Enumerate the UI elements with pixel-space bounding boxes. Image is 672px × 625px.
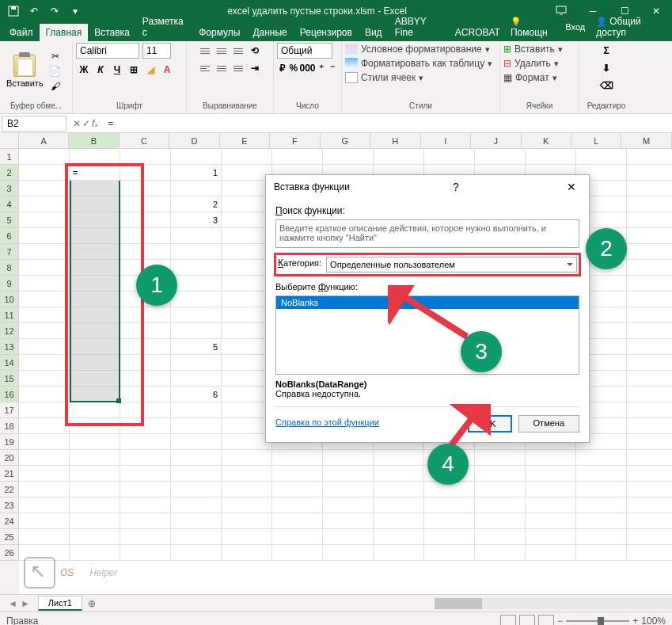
cell[interactable]: [120, 545, 171, 561]
cell[interactable]: [19, 402, 70, 418]
sign-in[interactable]: Вход: [561, 19, 589, 35]
cell[interactable]: [222, 545, 272, 561]
clear-button[interactable]: ⌫: [598, 78, 614, 93]
row-header[interactable]: 1: [0, 149, 19, 165]
zoom-out-icon[interactable]: −: [557, 615, 563, 626]
cell[interactable]: [323, 545, 374, 561]
cell[interactable]: [272, 545, 323, 561]
cell[interactable]: [374, 545, 424, 561]
add-sheet-button[interactable]: ⊕: [84, 596, 100, 612]
zoom-slider[interactable]: [566, 620, 629, 622]
cell[interactable]: [475, 513, 526, 529]
category-combo[interactable]: Определенные пользователем: [326, 257, 577, 272]
row-header[interactable]: 8: [0, 260, 19, 276]
cell[interactable]: [424, 497, 475, 513]
cell[interactable]: [19, 434, 70, 450]
cell[interactable]: [171, 292, 222, 307]
row-header[interactable]: 25: [0, 529, 19, 545]
column-header[interactable]: M: [621, 133, 671, 148]
currency-button[interactable]: ₽: [277, 60, 287, 76]
cell[interactable]: [627, 165, 672, 181]
undo-icon[interactable]: ↶: [27, 4, 41, 18]
tab-home[interactable]: Главная: [40, 24, 89, 41]
cell[interactable]: [374, 450, 424, 466]
row-header[interactable]: 16: [0, 387, 19, 402]
cell[interactable]: [475, 482, 526, 497]
border-button[interactable]: ⊞: [126, 62, 142, 78]
align-center[interactable]: [214, 60, 230, 76]
cell[interactable]: [171, 244, 222, 260]
column-header[interactable]: D: [169, 133, 219, 148]
cell[interactable]: [19, 466, 70, 482]
insert-cells-button[interactable]: ⊞Вставить▾: [503, 43, 563, 55]
cell[interactable]: [526, 450, 576, 466]
cell[interactable]: [19, 244, 70, 260]
cell[interactable]: [627, 466, 672, 482]
format-as-table-button[interactable]: Форматировать как таблицу▾: [345, 57, 492, 70]
row-header[interactable]: 3: [0, 181, 19, 196]
cell[interactable]: [19, 339, 70, 355]
row-header[interactable]: 15: [0, 371, 19, 387]
cell-styles-button[interactable]: Стили ячеек▾: [345, 71, 423, 84]
cell[interactable]: [627, 276, 672, 292]
tab-insert[interactable]: Вставка: [88, 24, 136, 41]
cell[interactable]: [222, 513, 272, 529]
cell[interactable]: [222, 466, 272, 482]
row-header[interactable]: 10: [0, 292, 19, 307]
column-header[interactable]: A: [19, 133, 69, 148]
cell[interactable]: [424, 545, 475, 561]
delete-cells-button[interactable]: ⊟Удалить▾: [503, 57, 559, 70]
font-color-button[interactable]: A: [159, 62, 175, 78]
column-header[interactable]: B: [69, 133, 119, 148]
cell[interactable]: [627, 418, 672, 434]
cell[interactable]: [70, 529, 120, 545]
tab-acrobat[interactable]: ACROBAT: [449, 24, 507, 41]
percent-button[interactable]: %: [288, 60, 298, 76]
cell[interactable]: [475, 466, 526, 482]
cell[interactable]: [19, 181, 70, 196]
cell[interactable]: [171, 371, 222, 387]
column-header[interactable]: F: [270, 133, 320, 148]
cell[interactable]: [526, 529, 576, 545]
cell[interactable]: [272, 466, 323, 482]
cell[interactable]: [627, 545, 672, 561]
align-middle[interactable]: [214, 43, 230, 59]
cell[interactable]: [526, 482, 576, 497]
tab-review[interactable]: Рецензиров: [294, 24, 359, 41]
cell[interactable]: [424, 149, 475, 165]
cell[interactable]: [222, 529, 272, 545]
italic-button[interactable]: К: [93, 62, 108, 78]
font-name-combo[interactable]: Calibri: [76, 43, 139, 59]
cell[interactable]: [19, 165, 70, 181]
fx-icon[interactable]: fₓ: [92, 118, 98, 129]
cell[interactable]: [475, 545, 526, 561]
row-header[interactable]: 17: [0, 402, 19, 418]
cell[interactable]: [19, 371, 70, 387]
tab-formulas[interactable]: Формулы: [192, 24, 246, 41]
cell[interactable]: [627, 529, 672, 545]
cell[interactable]: [19, 212, 70, 228]
cell[interactable]: [424, 513, 475, 529]
cell[interactable]: [171, 529, 222, 545]
cell[interactable]: [120, 482, 171, 497]
cell[interactable]: [627, 339, 672, 355]
cell[interactable]: [374, 513, 424, 529]
cell[interactable]: [627, 387, 672, 402]
cell[interactable]: [323, 529, 374, 545]
cell[interactable]: [19, 323, 70, 339]
cell[interactable]: [120, 529, 171, 545]
cell[interactable]: [323, 149, 374, 165]
cell[interactable]: [627, 292, 672, 307]
cell[interactable]: [272, 529, 323, 545]
cell[interactable]: [70, 513, 120, 529]
cell[interactable]: [120, 434, 171, 450]
dec-decimal-button[interactable]: ⁻: [328, 60, 338, 76]
cell[interactable]: [424, 529, 475, 545]
cell[interactable]: [627, 450, 672, 466]
column-header[interactable]: C: [120, 133, 169, 148]
cell[interactable]: [627, 355, 672, 371]
cell[interactable]: [171, 450, 222, 466]
copy-icon[interactable]: 📄: [48, 64, 63, 78]
row-header[interactable]: 21: [0, 466, 19, 482]
cell[interactable]: 3: [171, 212, 222, 228]
